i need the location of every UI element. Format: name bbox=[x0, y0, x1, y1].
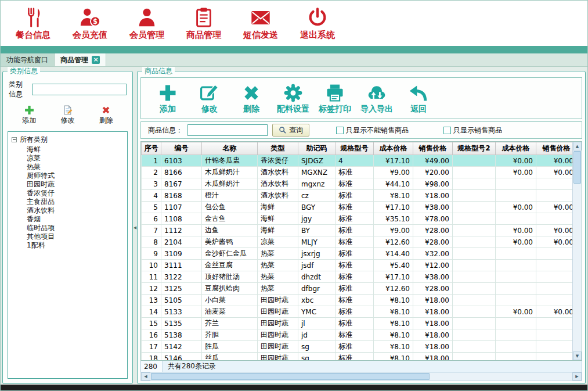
table-cell: 金丝豆腐 bbox=[202, 260, 258, 271]
category-modify-button[interactable]: 修改 bbox=[60, 105, 74, 125]
table-cell bbox=[496, 353, 536, 361]
tree-item[interactable]: 香浓煲仔 bbox=[27, 189, 126, 198]
product-edit-button[interactable]: 修改 bbox=[192, 82, 227, 114]
tab-product-manage[interactable]: 商品管理 × bbox=[55, 53, 106, 66]
table-cell: ¥0.00 bbox=[536, 225, 573, 236]
product-add-button[interactable]: 添加 bbox=[150, 82, 185, 114]
table-cell: 标准 bbox=[336, 353, 374, 361]
table-row[interactable]: 155135芥兰田园时蔬jl标准¥8.10¥18.00 bbox=[142, 318, 573, 329]
splitter-collapse-icon[interactable]: ◀ bbox=[134, 225, 136, 230]
table-row[interactable]: 123125豆腐扒蛤肉热菜dfbgr标准¥12.60¥28.00 bbox=[142, 283, 573, 295]
scroll-up-icon[interactable]: ▲ bbox=[573, 142, 582, 150]
tree-item[interactable]: 厨师特式 bbox=[27, 171, 126, 180]
tree-item[interactable]: 酒水饮料 bbox=[27, 206, 126, 215]
scroll-track[interactable] bbox=[573, 184, 582, 351]
tree-root-all-categories[interactable]: 所有类别 bbox=[9, 135, 126, 145]
checkbox-sellable[interactable] bbox=[443, 127, 451, 134]
scroll-down-icon[interactable]: ▼ bbox=[573, 351, 582, 360]
menu-product-manage[interactable]: 商品管理 bbox=[178, 6, 229, 41]
table-cell: ¥0.00 bbox=[536, 306, 573, 318]
column-header[interactable]: 销售价格 bbox=[536, 142, 573, 155]
menu-exit-system[interactable]: 退出系统 bbox=[292, 6, 343, 41]
menu-sms-send[interactable]: 短信发送 bbox=[235, 6, 286, 41]
table-row[interactable]: 135105小白菜田园时蔬xbc标准¥8.10¥18.00 bbox=[142, 295, 573, 306]
product-delete-button[interactable]: 删除 bbox=[234, 82, 269, 114]
tree-item[interactable]: 热菜 bbox=[27, 163, 126, 171]
table-cell bbox=[536, 283, 573, 295]
ingredient-settings-button[interactable]: 配料设置 bbox=[276, 82, 311, 114]
scroll-right-icon[interactable]: ▶ bbox=[572, 372, 582, 381]
column-header[interactable]: 成本价格 bbox=[374, 142, 413, 155]
table-cell bbox=[496, 283, 536, 295]
table-row[interactable]: 145133油麦菜田园时蔬YMC标准¥8.10¥18.00¥0.00¥0.00 bbox=[142, 306, 573, 318]
menu-label: 商品管理 bbox=[186, 30, 221, 41]
column-header[interactable]: 助记码 bbox=[298, 142, 336, 155]
table-row[interactable]: 103111金丝豆腐热菜jsdf标准¥5.40¥12.00 bbox=[142, 260, 573, 271]
category-add-button[interactable]: 添加 bbox=[22, 105, 36, 125]
product-search-row: 商品信息： 查询 只显示不能销售商品 bbox=[140, 121, 582, 139]
column-header[interactable]: 编号 bbox=[161, 142, 202, 155]
tree-item[interactable]: 香烟 bbox=[27, 215, 126, 224]
table-row[interactable]: 113122顶好猪肚汤热菜dhzdt标准¥17.10¥38.00 bbox=[142, 271, 573, 283]
column-header[interactable]: 成本价格 bbox=[496, 142, 536, 155]
table-row[interactable]: 51107包公鱼海鲜BGY标准¥17.10¥38.00¥0.00¥0.00 bbox=[142, 202, 573, 213]
tree-item[interactable]: 凉菜 bbox=[27, 154, 126, 163]
label-print-button[interactable]: 标签打印 bbox=[318, 82, 352, 114]
table-row[interactable]: 165138芥胆田园时蔬jd标准¥8.10¥18.00 bbox=[142, 329, 573, 341]
table-cell: ¥0.00 bbox=[496, 202, 536, 213]
query-button[interactable]: 查询 bbox=[272, 124, 309, 137]
tab-close-icon[interactable]: × bbox=[92, 56, 100, 64]
table-row[interactable]: 16103什锦冬瓜盅香浓煲仔SJDGZ4¥17.10¥49.00¥0.00¥0.… bbox=[142, 155, 573, 167]
tree-item[interactable]: 海鲜 bbox=[27, 145, 126, 154]
column-header[interactable]: 类型 bbox=[258, 142, 298, 155]
tree-item[interactable]: 1配料 bbox=[27, 241, 126, 250]
table-row[interactable]: 82104美炉酱鸭凉菜MLJY标准¥12.60¥28.00¥0.00¥0.00 bbox=[142, 236, 573, 248]
checkbox-unsellable[interactable] bbox=[336, 127, 344, 134]
menu-member-manage[interactable]: 会员管理 bbox=[121, 6, 172, 41]
horizontal-scroll-thumb[interactable] bbox=[151, 373, 430, 380]
tab-nav-window[interactable]: 功能导航窗口 bbox=[1, 53, 55, 66]
horizontal-scrollbar[interactable]: ◀ ▶ bbox=[140, 372, 582, 381]
panel-splitter[interactable]: ◀ bbox=[134, 71, 136, 384]
column-header[interactable]: 规格型号 bbox=[336, 142, 374, 155]
delete-icon bbox=[241, 82, 262, 103]
column-header[interactable]: 序号 bbox=[142, 142, 161, 155]
menu-table-info[interactable]: 餐台信息 bbox=[8, 6, 59, 41]
column-header[interactable]: 规格型号2 bbox=[453, 142, 496, 155]
delete-small-icon bbox=[101, 105, 111, 115]
table-row[interactable]: 61108金古鱼海鲜jgy标准¥35.10¥78.00 bbox=[142, 213, 573, 225]
table-cell: ¥20.00 bbox=[413, 167, 453, 178]
scroll-track[interactable] bbox=[430, 372, 572, 381]
collapse-icon[interactable] bbox=[12, 137, 17, 142]
category-delete-button[interactable]: 删除 bbox=[99, 105, 113, 125]
menu-member-recharge[interactable]: $ 会员充值 bbox=[64, 6, 116, 41]
table-row[interactable]: 175142胜瓜田园时蔬sg标准¥8.10¥18.00 bbox=[142, 341, 573, 353]
grid-status-bar: 280 共有280条记录 bbox=[140, 361, 582, 372]
column-header[interactable]: 销售价格 bbox=[413, 142, 453, 155]
table-row[interactable]: 28166木瓜鲜奶汁酒水饮料MGXNZ标准¥9.00¥20.00¥0.00¥0.… bbox=[142, 167, 573, 178]
table-cell: ¥98.00 bbox=[413, 178, 453, 190]
product-search-input[interactable] bbox=[187, 124, 268, 136]
table-row[interactable]: 71112边鱼海鲜BY标准¥9.00¥28.00¥0.00¥0.00 bbox=[142, 225, 573, 236]
vertical-scroll-thumb[interactable] bbox=[573, 151, 581, 184]
tree-item[interactable]: 临时品项 bbox=[27, 224, 126, 232]
vertical-scrollbar[interactable]: ▲ ▼ bbox=[572, 142, 582, 360]
tree-item[interactable]: 田园时蔬 bbox=[27, 180, 126, 189]
table-cell: 金古鱼 bbox=[202, 213, 258, 225]
tree-item[interactable]: 主食甜品 bbox=[27, 198, 126, 206]
table-row[interactable]: 38167木瓜鲜奶汁酒水饮料mgxnz标准¥44.10¥98.00 bbox=[142, 178, 573, 190]
return-button[interactable]: 返回 bbox=[401, 82, 436, 114]
table-cell: 标准 bbox=[336, 341, 374, 353]
table-cell: 5138 bbox=[161, 329, 202, 341]
checkbox-unsellable-row[interactable]: 只显示不能销售商品 bbox=[336, 125, 409, 135]
table-row[interactable]: 48168橙汁酒水饮料cz标准¥8.10¥18.00 bbox=[142, 190, 573, 202]
column-header[interactable]: 名称 bbox=[202, 142, 258, 155]
table-row[interactable]: 185146丝瓜田园时蔬sg标准¥8.10¥18.00 bbox=[142, 353, 573, 361]
category-input[interactable] bbox=[32, 84, 127, 95]
table-row[interactable]: 93109金沙虾仁金瓜热菜jsxrjg标准¥14.40¥32.00 bbox=[142, 248, 573, 260]
scroll-left-icon[interactable]: ◀ bbox=[141, 372, 150, 381]
table-cell: 9 bbox=[142, 248, 161, 260]
checkbox-sellable-row[interactable]: 只显示销售商品 bbox=[443, 125, 502, 135]
import-export-button[interactable]: 导入导出 bbox=[359, 82, 394, 114]
tree-item[interactable]: 其他项目 bbox=[27, 232, 126, 241]
